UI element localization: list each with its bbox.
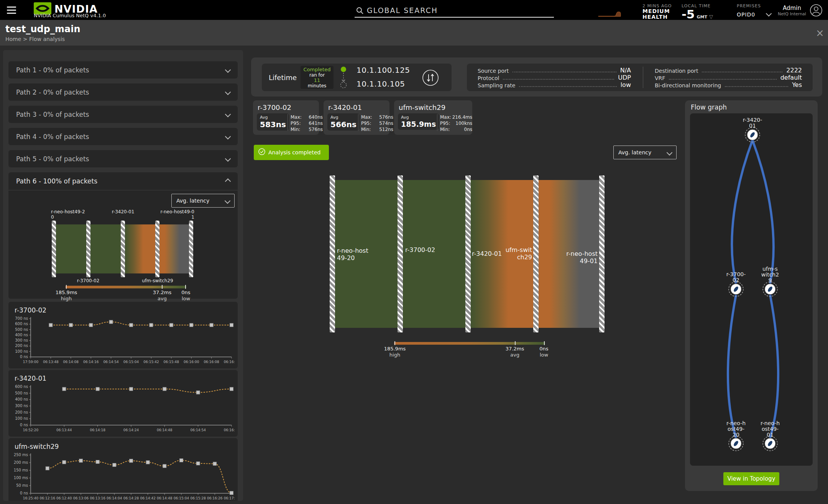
vrf-label: VRF (655, 75, 665, 81)
svg-text:06:13:06: 06:13:06 (73, 496, 89, 500)
mini-label-bottom-right: ufm-switch29 (138, 278, 177, 283)
detail-row: ProtocolUDP (478, 74, 631, 81)
flow-details-right: Destination port2222 VRFdefault Bi-direc… (655, 67, 802, 88)
close-icon[interactable]: × (816, 29, 824, 37)
mini-label-top-left: r-neo-host49-20 (51, 209, 88, 220)
main-metric-dropdown[interactable]: Avg. latency (613, 146, 677, 159)
edge (728, 295, 736, 438)
mini-band-2 (90, 224, 121, 273)
device-name: ufm-switch29 (394, 100, 472, 111)
mini-metric-dropdown[interactable]: Avg. latency (171, 194, 235, 208)
avg-latency-value: 566ns (330, 120, 356, 129)
dest-ip: 10.1.10.105 (356, 79, 405, 88)
svg-text:06:16:10: 06:16:10 (224, 360, 235, 364)
avatar-icon[interactable] (810, 4, 823, 18)
timezone-selector[interactable]: LOCAL TIME -5 GMT ▽ (682, 3, 713, 20)
svg-text:06:14:54: 06:14:54 (190, 428, 206, 432)
chevron-up-icon (225, 178, 231, 184)
chevron-down-icon (667, 149, 673, 155)
path-2-accordion[interactable]: Path 2 - 0% of packets (8, 83, 238, 101)
edge (752, 140, 774, 283)
path-4-accordion[interactable]: Path 4 - 0% of packets (8, 128, 238, 145)
sankey-label-5: r-neo-host49-01 (565, 250, 598, 265)
svg-text:06:14:04: 06:14:04 (107, 496, 122, 500)
sankey-node-bar (599, 175, 605, 332)
tz-offset: -5 (682, 7, 695, 21)
path-6-label: Path 6 - 100% of packets (16, 177, 97, 185)
source-port-value: N/A (620, 67, 631, 74)
svg-text:06:14:16: 06:14:16 (83, 360, 99, 364)
path-3-accordion[interactable]: Path 3 - 0% of packets (8, 106, 238, 123)
svg-text:06:15:48: 06:15:48 (164, 360, 179, 364)
latency-chart-card-1: r-3700-02 700 ns600 ns500 ns400 ns300 ns… (8, 302, 238, 368)
svg-text:500 ns: 500 ns (15, 391, 28, 395)
svg-text:0 ns: 0 ns (20, 491, 28, 495)
tz-dropdown-icon: ▽ (709, 14, 713, 20)
avg-latency-box: Avg566ns (327, 113, 360, 131)
svg-text:06:14:24: 06:14:24 (123, 428, 139, 432)
menu-icon[interactable] (7, 5, 16, 16)
run-prefix: ran for (301, 72, 334, 78)
protocol-label: Protocol (478, 75, 499, 81)
edge (770, 295, 778, 438)
premises-selector[interactable]: PREMISES OPID0 (737, 3, 761, 18)
health-status[interactable]: 2 MINS AGO MEDIUM HEALTH (642, 3, 672, 20)
user-name: Admin (776, 5, 808, 11)
flow-node-r-3420-01[interactable]: r-3420-01 (741, 117, 764, 129)
svg-text:100 ns: 100 ns (15, 349, 28, 353)
analysis-status-banner: Analysis completed (254, 145, 329, 160)
run-status: Completed (301, 67, 334, 72)
breadcrumb-home[interactable]: Home (5, 36, 21, 42)
detail-row: Bi-directional monitoringYes (655, 81, 802, 88)
view-in-topology-button[interactable]: View in Topology (723, 472, 779, 485)
mini-label-top-center: r-3420-01 (105, 209, 141, 214)
legend-avg-value: 37.2ms (147, 290, 177, 296)
mini-node-bar (121, 221, 125, 277)
path-4-label: Path 4 - 0% of packets (16, 133, 89, 141)
svg-text:100 ns: 100 ns (15, 416, 28, 421)
path-1-accordion[interactable]: Path 1 - 0% of packets (8, 61, 238, 79)
global-search[interactable] (355, 4, 554, 18)
detail-row: Destination port2222 (655, 67, 802, 74)
svg-text:400 ns: 400 ns (15, 397, 28, 401)
chevron-down-icon (225, 67, 231, 73)
path-5-accordion[interactable]: Path 5 - 0% of packets (8, 150, 238, 167)
search-icon (356, 7, 364, 16)
search-input[interactable] (366, 6, 548, 15)
analysis-status-text: Analysis completed (268, 149, 320, 155)
swap-direction-icon[interactable] (422, 69, 439, 88)
detail-row: VRFdefault (655, 74, 802, 81)
mini-latency-legend: 185.9ms high 37.2ms avg 0ns low (66, 286, 186, 288)
latency-chart: 600 ns500 ns400 ns300 ns200 ns100 ns0 ns… (8, 382, 238, 438)
breadcrumb: Home > Flow analysis (5, 36, 65, 42)
max-latency: 576ns (379, 114, 393, 120)
flow-node-r-3700-02[interactable]: r-3700-02 (725, 272, 747, 283)
svg-text:500 ns: 500 ns (15, 327, 28, 332)
chart-title: r-3700-02 (8, 302, 238, 314)
flow-graph-svg (690, 113, 813, 466)
bidir-value: Yes (792, 81, 802, 88)
flow-node-r-neo-host49-01[interactable]: r-neo-host49-01 (760, 421, 780, 438)
max-latency: 216.4ms (452, 114, 472, 120)
legend-high-label: high (379, 352, 411, 358)
user-menu[interactable]: Admin NetQ Internal (776, 5, 808, 16)
lifetime-box: Lifetime Completed ran for 11 minutes 10… (262, 64, 452, 91)
p95-latency: 100kns (455, 120, 472, 126)
flow-node-ufm-switch29[interactable]: ufm-switch29 (761, 266, 779, 283)
legend-low-label: low (174, 296, 198, 302)
path-6-accordion[interactable]: Path 6 - 100% of packets (8, 172, 238, 190)
svg-text:100 ms: 100 ms (14, 476, 28, 480)
chart-title: ufm-switch29 (8, 438, 238, 450)
switch-node-icon (763, 282, 777, 296)
legend-avg-label: avg (499, 352, 530, 358)
latency-chart-card-3: ufm-switch29 250 ms200 ms150 ms100 ms50 … (8, 438, 238, 501)
device-name: r-3420-01 (324, 100, 389, 111)
svg-text:06:12:40: 06:12:40 (56, 496, 72, 500)
device-stats: Max:576ns P95:574ns Min:512ns (361, 114, 393, 133)
netq-app: NVIDIA NVIDIA Cumulus NetQ v4.1.0 2 MINS… (0, 0, 828, 504)
flow-node-r-neo-host49-20[interactable]: r-neo-host49-20 (726, 421, 746, 438)
mini-band-1 (56, 224, 86, 273)
chart-title: r-3420-01 (8, 370, 238, 382)
svg-text:06:12:16: 06:12:16 (39, 496, 55, 500)
sankey-band-2 (403, 180, 465, 328)
